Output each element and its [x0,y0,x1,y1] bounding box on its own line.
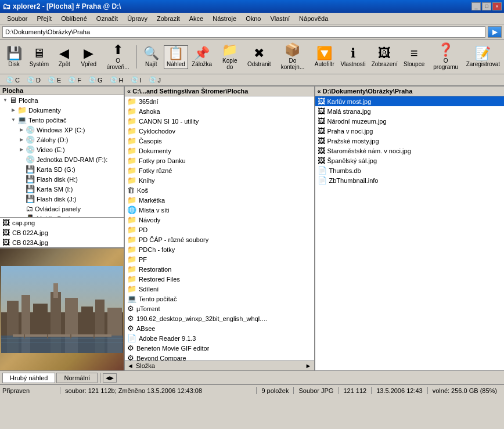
menu-item-oznait[interactable]: Označit [92,14,123,23]
middle-item-BeyondCompare[interactable]: ⚙Beyond Compare [125,353,314,360]
middle-item-Torrent[interactable]: ⚙µTorrent [125,304,314,313]
right-item-Nrodnmuzeumjpg[interactable]: 🖼Národní muzeum.jpg [315,116,505,126]
toolbar-btn-view[interactable]: 📋Náhled [164,45,188,69]
tree-item-video[interactable]: ▶💿Video (E:) [0,145,124,154]
drive-H[interactable]: 💿 H [107,75,126,84]
toolbar-btn-copy[interactable]: 📁Kopie do [216,42,244,72]
maximize-button[interactable]: □ [482,2,491,10]
middle-panel-content[interactable]: 📁365dní📁Ashoka📁CANON SI 10 - utility📁Cyk… [125,96,314,360]
preview-file-CB023Ajpg[interactable]: 🖼CB 023A.jpg [0,237,124,247]
tree-item-tento-pocitac[interactable]: ▼💻Tento počítač [0,115,124,125]
middle-item-CANONSI10utility[interactable]: 📁CANON SI 10 - utility [125,116,314,126]
middle-item-365dn[interactable]: 📁365dní [125,96,314,106]
middle-item-BenetonMovieGIFedito[interactable]: ⚙Beneton Movie GIF editor [125,343,314,353]
toolbar-btn-register[interactable]: 📝Zaregistrovat [465,45,502,69]
menu-item-okno[interactable]: Okno [241,14,265,23]
middle-item-Knihy[interactable]: 📁Knihy [125,175,314,185]
right-item-Malstranajpg[interactable]: 🖼Malá strana.jpg [315,106,505,116]
middle-item-Dokumenty[interactable]: 📁Dokumenty [125,146,314,156]
toolbar-btn-up[interactable]: ⬆O úroveň... [102,42,135,72]
preview-file-CB022Ajpg[interactable]: 🖼CB 022A.jpg [0,228,124,237]
toolbar-btn-system[interactable]: 🖥Systém [27,45,52,69]
menu-item-vlastn[interactable]: Vlastní [265,14,294,23]
middle-item-Restoration[interactable]: 📁Restoration [125,264,314,274]
middle-item-asopis[interactable]: 📁Časopis [125,136,314,146]
toolbar-btn-bookmark[interactable]: 📌Záložka [189,45,215,69]
drive-C[interactable]: 💿 C [3,75,22,84]
right-item-Prahavnocijpg[interactable]: 🖼Praha v noci.jpg [315,126,505,136]
tree-item-dokumenty[interactable]: ▶📁Dokumenty [0,105,124,115]
menu-item-pejt[interactable]: Přejít [32,14,56,23]
middle-item-PD[interactable]: 📁PD [125,225,314,235]
toolbar-btn-display[interactable]: 🖼Zobrazení [369,45,400,69]
right-item-ZbThumbnailinfo[interactable]: 📄ZbThumbnail.info [315,175,505,185]
toolbar-btn-properties[interactable]: ℹVlastnosti [338,45,368,69]
menu-item-zobrazit[interactable]: Zobrazit [152,14,185,23]
minimize-button[interactable]: _ [471,2,481,10]
drive-D[interactable]: 💿 D [24,75,43,84]
tab-resize-button[interactable]: ◀▶ [103,373,117,383]
tree-item-kartasd[interactable]: 💾Karta SD (G:) [0,164,124,174]
tree-item-zalohy[interactable]: ▶💿Zálohy (D:) [0,135,124,145]
tree-expand-tento-pocitac[interactable]: ▼ [9,117,17,122]
middle-item-Mstavsti[interactable]: 🌐Místa v síti [125,205,314,215]
middle-item-ABsee[interactable]: ⚙ABsee [125,323,314,333]
tree-item-flashj[interactable]: 💾Flash disk (J:) [0,194,124,204]
drive-E[interactable]: 💿 E [45,75,63,84]
middle-item-Tentopota[interactable]: 💻Tento počítač [125,294,314,304]
toolbar-btn-autofilter[interactable]: 🔽Autofiltr [312,45,337,69]
middle-item-Ko[interactable]: 🗑Koš [125,185,314,195]
middle-item-Nvody[interactable]: 📁Návody [125,215,314,225]
middle-item-Marktka[interactable]: 📁Markétka [125,195,314,205]
toolbar-btn-find[interactable]: 🔍Najít [139,45,163,69]
right-item-Thumbsdb[interactable]: 📄Thumbs.db [315,165,505,175]
tree-item-winxp[interactable]: ▶💿Windows XP (C:) [0,125,124,135]
middle-item-Ashoka[interactable]: 📁Ashoka [125,106,314,116]
address-go-button[interactable]: ▶ [488,26,502,38]
menu-item-soubor[interactable]: Soubor [2,14,32,23]
tree-item-plocha[interactable]: ▼🖥Plocha [0,95,124,105]
tab-normální[interactable]: Normální [56,373,98,383]
middle-item-PDPrznsoubory[interactable]: 📁PD ČÁP - různé soubory [125,235,314,244]
middle-item-19062desktopwinxp32b[interactable]: ⚙190.62_desktop_winxp_32bit_english_whql… [125,313,314,323]
toolbar-btn-forward[interactable]: ▶Vpřed [77,45,100,69]
middle-item-PF[interactable]: 📁PF [125,254,314,264]
right-panel-content[interactable]: 🖼Karlův most.jpg🖼Malá strana.jpg🖼Národní… [315,96,505,370]
middle-item-Sdlen[interactable]: 📁Sdílení [125,284,314,294]
toolbar-btn-columns[interactable]: ≡Sloupce [401,45,427,69]
toolbar-btn-about[interactable]: ❓O programu [429,42,463,72]
tree-content[interactable]: ▼🖥Plocha▶📁Dokumenty▼💻Tento počítač▶💿Wind… [0,95,124,217]
tree-item-ovladace[interactable]: 🗂Ovládací panely [0,204,124,214]
menu-item-pravy[interactable]: Úpravy [123,14,152,23]
middle-scroll-right[interactable]: ► [305,362,312,369]
menu-item-nstroje[interactable]: Nástroje [208,14,241,23]
toolbar-btn-container[interactable]: 📦Do kontejn... [275,42,311,72]
menu-item-oblben[interactable]: Oblíbené [56,14,92,23]
toolbar-btn-delete[interactable]: ✖Odstranit [245,45,273,69]
right-item-Praskmostyjpg[interactable]: 🖼Pražské mosty.jpg [315,136,505,146]
middle-item-FotkyproDanku[interactable]: 📁Fotky pro Danku [125,156,314,165]
toolbar-btn-disk[interactable]: 💾Disk [2,45,26,69]
drive-J[interactable]: 💿 J [146,75,164,84]
right-item-Karlvmostjpg[interactable]: 🖼Karlův most.jpg [315,96,505,106]
toolbar-btn-back[interactable]: ◀Zpět [53,45,76,69]
drive-G[interactable]: 💿 G [86,75,105,84]
tree-expand-winxp[interactable]: ▶ [17,127,26,132]
tree-item-dvdram[interactable]: 💿Jednotka DVD-RAM (F:): [0,154,124,164]
close-button[interactable]: × [492,2,502,10]
right-item-Staromstsknmvnocijpg[interactable]: 🖼Staroměstské nám. v noci.jpg [315,146,505,156]
middle-item-Cyklochodov[interactable]: 📁Cyklochodov [125,126,314,136]
address-input[interactable] [2,26,485,38]
preview-file-cappng[interactable]: 🖼cap.png [0,218,124,228]
tree-expand-plocha[interactable]: ▼ [1,98,9,103]
tree-item-kartasm[interactable]: 💾Karta SM (I:) [0,184,124,194]
middle-scroll-left[interactable]: ◄ [127,362,134,369]
drive-F[interactable]: 💿 F [66,75,84,84]
middle-item-PDChfotky[interactable]: 📁PDCh - fotky [125,244,314,254]
tree-expand-video[interactable]: ▶ [17,147,26,152]
tree-expand-zalohy[interactable]: ▶ [17,137,26,142]
middle-item-AdobeReader913[interactable]: 📄Adobe Reader 9.1.3 [125,333,314,343]
tab-hrubý-náhled[interactable]: Hrubý náhled [2,373,55,383]
tree-item-flashh[interactable]: 💾Flash disk (H:) [0,174,124,184]
middle-item-Fotkyrzn[interactable]: 📁Fotky různé [125,165,314,175]
